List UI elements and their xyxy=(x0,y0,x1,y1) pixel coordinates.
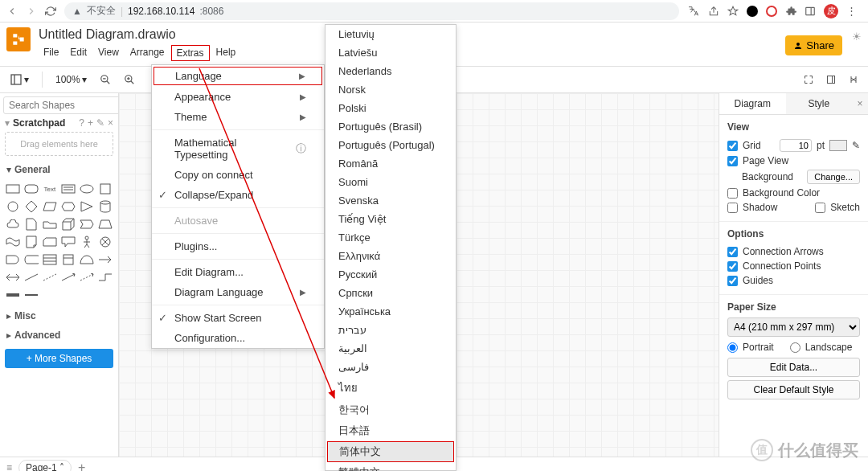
tab-style[interactable]: Style xyxy=(786,93,853,114)
format-icon[interactable] xyxy=(823,73,839,86)
scratchpad-help-icon[interactable]: ? xyxy=(79,117,84,129)
search-input[interactable] xyxy=(3,96,119,114)
shape-square[interactable] xyxy=(98,182,113,196)
shape-arrow-r[interactable] xyxy=(98,252,113,267)
shape-cube[interactable] xyxy=(60,217,76,231)
connpts-checkbox[interactable] xyxy=(727,261,738,272)
shape-cylinder[interactable] xyxy=(98,199,113,214)
menu-extras[interactable]: Extras xyxy=(171,45,210,61)
more-shapes-button[interactable]: + More Shapes xyxy=(5,349,113,368)
lang-Lietuvių[interactable]: Lietuvių xyxy=(326,25,456,43)
lang-Latviešu[interactable]: Latviešu xyxy=(326,43,456,62)
share-button[interactable]: Share xyxy=(785,35,842,55)
menu-theme[interactable]: Theme▶ xyxy=(152,107,324,127)
change-bg-button[interactable]: Change... xyxy=(807,170,860,184)
shape-note[interactable] xyxy=(23,235,39,249)
portrait-radio[interactable] xyxy=(727,342,738,353)
shape-parallel[interactable] xyxy=(42,199,57,214)
landscape-radio[interactable] xyxy=(790,342,800,353)
outline-icon[interactable] xyxy=(845,73,862,86)
scratchpad-close-icon[interactable]: × xyxy=(108,117,113,129)
shape-conn1[interactable] xyxy=(60,270,76,285)
lang-简体中文[interactable]: 简体中文 xyxy=(327,441,454,462)
shape-or[interactable] xyxy=(98,235,113,249)
shape-and[interactable] xyxy=(5,252,20,267)
sidebar-toggle[interactable]: ▾ xyxy=(6,72,32,88)
pages-menu-icon[interactable]: ≡ xyxy=(6,462,12,472)
panel-icon[interactable] xyxy=(805,6,816,17)
lang-Українська[interactable]: Українська xyxy=(326,302,456,321)
shape-cloud[interactable] xyxy=(5,217,20,231)
shape-round-rect[interactable] xyxy=(23,182,39,196)
lang-Nederlands[interactable]: Nederlands xyxy=(326,62,456,80)
shape-tape[interactable] xyxy=(5,235,20,249)
menu-plugins[interactable]: Plugins... xyxy=(152,236,324,256)
shape-arrow-both[interactable] xyxy=(5,270,20,285)
menu-language[interactable]: Language▶ xyxy=(154,67,322,85)
star-icon[interactable] xyxy=(727,6,739,17)
lang-한국어[interactable]: 한국어 xyxy=(326,399,456,420)
menu-help[interactable]: Help xyxy=(211,45,241,61)
lang-Ελληνικά[interactable]: Ελληνικά xyxy=(326,247,456,265)
shape-textbox[interactable] xyxy=(60,182,76,196)
shape-hex[interactable] xyxy=(60,199,76,214)
lang-日本語[interactable]: 日本語 xyxy=(326,420,456,441)
scratchpad-drop[interactable]: Drag elements here xyxy=(5,132,113,156)
menu-edit-diagram[interactable]: Edit Diagram... xyxy=(152,262,324,282)
edit-data-button[interactable]: Edit Data... xyxy=(727,358,860,377)
shadow-checkbox[interactable] xyxy=(727,203,738,213)
zoom-level[interactable]: 100% ▾ xyxy=(52,72,90,87)
forward-icon[interactable] xyxy=(26,6,37,17)
app-logo[interactable] xyxy=(6,27,31,51)
lang-Türkçe[interactable]: Türkçe xyxy=(326,228,456,247)
shape-circle[interactable] xyxy=(5,199,20,214)
menu-appearance[interactable]: Appearance▶ xyxy=(152,87,324,107)
lang-Português (Brasil)[interactable]: Português (Brasil) xyxy=(326,117,456,136)
lang-فارسی[interactable]: فارسی xyxy=(326,358,456,376)
theme-icon[interactable]: ☀ xyxy=(852,31,862,43)
zoom-out-icon[interactable] xyxy=(96,72,114,87)
tab-diagram[interactable]: Diagram xyxy=(719,93,786,114)
lang-Norsk[interactable]: Norsk xyxy=(326,80,456,99)
shape-actor[interactable] xyxy=(80,235,95,249)
paper-select[interactable]: A4 (210 mm x 297 mm) xyxy=(727,317,860,337)
tab-close-icon[interactable]: × xyxy=(852,93,868,114)
grid-checkbox[interactable] xyxy=(727,141,738,151)
shape-trap[interactable] xyxy=(98,217,113,231)
shape-conn2[interactable] xyxy=(80,270,95,285)
lang-Română[interactable]: Română xyxy=(326,154,456,173)
shape-line[interactable] xyxy=(23,270,39,285)
lang-ไทย[interactable]: ไทย xyxy=(326,376,456,399)
menu-math[interactable]: Mathematical Typesetting ⓘ xyxy=(152,133,324,165)
shape-card[interactable] xyxy=(42,235,57,249)
extensions-icon[interactable] xyxy=(785,6,796,17)
lang-Српски[interactable]: Српски xyxy=(326,284,456,302)
grid-color[interactable] xyxy=(829,140,847,151)
shape-thick2[interactable] xyxy=(23,288,39,302)
collapse-scratchpad[interactable]: ▾ xyxy=(5,117,10,129)
shape-data[interactable] xyxy=(23,252,39,267)
back-icon[interactable] xyxy=(6,6,18,17)
shape-thick[interactable] xyxy=(5,288,20,302)
scratchpad-edit-icon[interactable]: ✎ xyxy=(96,117,104,129)
translate-icon[interactable] xyxy=(687,5,700,18)
lang-עברית[interactable]: עברית xyxy=(326,321,456,339)
menu-view[interactable]: View xyxy=(93,45,124,61)
lang-Svenska[interactable]: Svenska xyxy=(326,191,456,210)
reload-icon[interactable] xyxy=(45,6,56,17)
ext-icon-2[interactable] xyxy=(766,6,777,17)
kebab-icon[interactable]: ⋮ xyxy=(846,5,857,17)
menu-show-start[interactable]: ✓Show Start Screen xyxy=(152,308,324,328)
menu-edit[interactable]: Edit xyxy=(65,45,92,61)
pageview-checkbox[interactable] xyxy=(727,156,738,166)
shape-text[interactable]: Text xyxy=(42,182,57,196)
grid-size[interactable] xyxy=(780,139,812,152)
shape-doc[interactable] xyxy=(23,217,39,231)
connarr-checkbox[interactable] xyxy=(727,247,738,257)
menu-collapse[interactable]: ✓Collapse/Expand xyxy=(152,185,324,205)
shape-callout[interactable] xyxy=(60,235,76,249)
sketch-checkbox[interactable] xyxy=(815,203,825,213)
shape-list[interactable] xyxy=(42,252,57,267)
guides-checkbox[interactable] xyxy=(727,276,738,286)
share-icon[interactable] xyxy=(708,6,719,17)
